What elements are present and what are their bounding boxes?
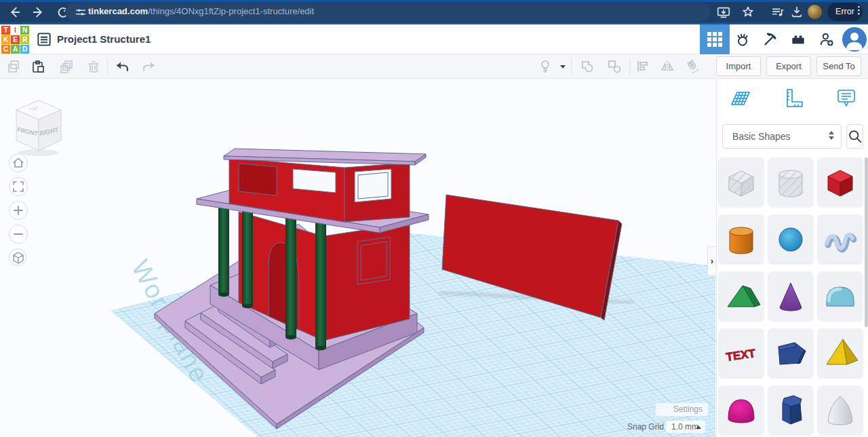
text-shape-glyph: TEXT [725,347,756,364]
shape-search-button[interactable] [846,124,863,149]
shape-scribble[interactable] [817,214,863,265]
shape-pyramid[interactable] [817,328,863,379]
mirror-icon[interactable] [659,58,675,75]
select-carets-icon [829,131,834,140]
perspective-toggle-button[interactable] [9,248,26,266]
profile-avatar[interactable] [808,5,822,19]
logo-cell: C [1,45,10,54]
shape-cylinder[interactable] [718,214,764,265]
magnet-icon[interactable] [685,58,701,75]
design-menu-icon[interactable] [35,31,53,48]
tinkercad-app-window: tinkercad.com/things/4ONxg1ftZip-project… [0,0,868,437]
tab-list-icon[interactable] [770,5,785,20]
snap-grid-value: 1.0 mm [671,422,698,432]
shape-text[interactable]: TEXT [718,328,764,379]
more-menu-icon[interactable]: ⋮ [854,4,864,16]
shape-cone[interactable] [768,271,814,322]
notes-tool-icon[interactable] [835,87,858,110]
show-all-bulb-icon[interactable] [537,58,553,75]
send-to-button[interactable]: Send To [816,56,861,76]
logo-cell: A [11,45,20,54]
shape-category-select[interactable]: Basic Shapes [722,124,842,149]
logo-cell: D [20,45,29,54]
account-avatar[interactable] [842,27,867,52]
shape-paraboloid[interactable] [817,385,863,436]
workplane-tool-icon[interactable] [729,87,752,110]
duplicate-icon[interactable] [58,58,75,75]
settings-button[interactable]: Settings [656,403,708,416]
logo-cell: K [1,35,10,44]
shape-category-value: Basic Shapes [732,131,791,142]
site-info-icon[interactable] [73,5,88,20]
url-text[interactable]: tinkercad.com/things/4ONxg1ftZip-project… [88,6,314,16]
copy-icon[interactable] [5,58,22,75]
shapes-panel: Basic Shapes TEXT [716,79,868,437]
fit-view-button[interactable] [9,177,28,196]
forward-icon[interactable] [31,5,46,20]
home-view-button[interactable] [9,153,28,172]
logo-cell: E [11,35,20,44]
shape-box[interactable] [817,157,863,208]
3d-canvas[interactable]: Workplane [0,79,715,437]
snap-grid-dropdown[interactable]: 1.0 mm [666,421,705,433]
ungroup-icon[interactable] [606,58,623,75]
browser-chrome: tinkercad.com/things/4ONxg1ftZip-project… [0,0,868,24]
tinker-grid-icon[interactable] [700,24,730,54]
snap-grid-label: Snap Grid [627,422,664,432]
shape-half-sphere[interactable] [718,385,764,436]
invite-person-add-icon[interactable] [818,31,835,48]
app-header: T I N K E R C A D Project1 Structure1 [0,24,868,54]
logo-cell: R [20,35,29,44]
bulb-dropdown-caret[interactable] [560,65,566,69]
sim-lab-icon[interactable] [734,31,751,48]
zoom-in-button[interactable] [9,201,28,220]
ruler-tool-icon[interactable] [781,87,804,110]
url-host: tinkercad.com [88,6,148,16]
shape-polygon[interactable] [768,328,814,379]
bookmark-star-icon[interactable] [741,5,755,20]
view-cube[interactable]: TOP FRONT RIGHT [8,91,69,162]
shape-hex-prism[interactable] [768,385,814,436]
delete-icon[interactable] [85,58,102,75]
export-button[interactable]: Export [766,56,811,76]
logo-cell: T [1,26,10,35]
undo-icon[interactable] [114,58,130,75]
shape-roof[interactable] [718,271,764,322]
logo-cell: I [11,26,20,35]
tinkercad-logo[interactable]: T I N K E R C A D [1,26,29,54]
shape-sphere[interactable] [768,214,814,265]
cast-save-icon[interactable] [716,5,731,20]
align-icon[interactable] [635,58,651,75]
import-button[interactable]: Import [716,56,761,76]
brick-icon[interactable] [789,31,807,48]
url-path: /things/4ONxg1ftZip-project1-structure/e… [148,6,314,16]
shape-box-transparent[interactable] [718,157,764,208]
back-icon[interactable] [7,5,22,20]
edit-toolbar: Import Export Send To [0,54,868,79]
download-icon[interactable] [789,5,804,20]
caret-up-icon [696,425,701,429]
paste-icon[interactable] [30,58,46,75]
design-title[interactable]: Project1 Structure1 [57,33,151,45]
logo-cell: N [20,26,29,35]
panel-collapse-handle[interactable]: › [707,246,716,276]
panel-scrollbar[interactable] [865,157,868,327]
redo-icon[interactable] [141,58,157,75]
minecraft-pickaxe-icon[interactable] [761,31,778,48]
zoom-out-button[interactable] [9,225,28,244]
group-icon[interactable] [579,58,595,75]
shape-round-roof[interactable] [817,271,863,322]
shape-cylinder-transparent[interactable] [768,157,814,208]
